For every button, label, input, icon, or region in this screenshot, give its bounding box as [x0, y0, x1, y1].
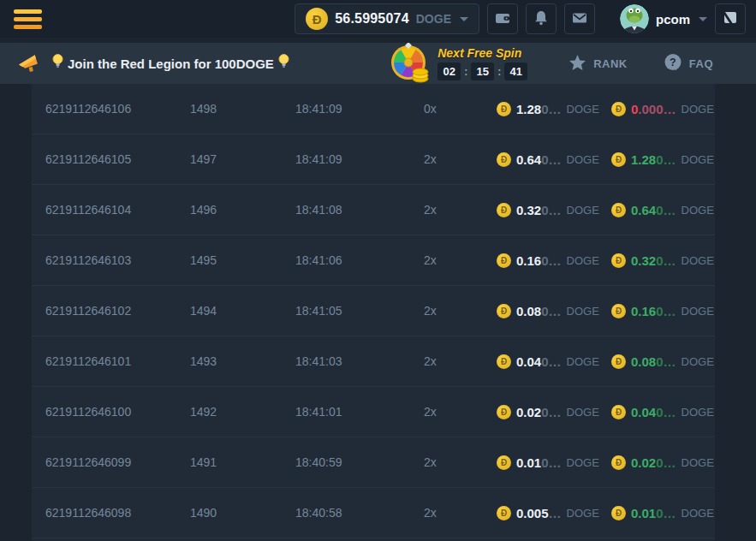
- announcement-message[interactable]: Join the Red Legion for 100DOGE: [52, 54, 289, 73]
- spin-countdown: 02 : 15 : 41: [438, 62, 527, 80]
- currency-label: DOGE: [682, 355, 714, 368]
- doge-coin-icon: [497, 506, 511, 520]
- doge-coin-icon: [306, 8, 328, 30]
- announcement-text: Join the Red Legion for 100DOGE: [68, 56, 274, 71]
- svg-text:?: ?: [670, 56, 676, 68]
- table-row[interactable]: 6219112646106 1498 18:41:09 0x 1.280… DO…: [32, 84, 715, 134]
- doge-coin-icon: [497, 405, 511, 419]
- bet-amount: 0.640… DOGE: [497, 152, 611, 167]
- star-icon: [568, 54, 586, 74]
- balance-selector[interactable]: 56.5995074 DOGE: [295, 3, 479, 34]
- bulb-icon: [52, 54, 63, 73]
- bet-id: 6219112646098: [45, 506, 190, 520]
- topbar-right: 56.5995074 DOGE: [295, 3, 746, 34]
- announcement-bar: Join the Red Legion for 100DOGE N: [0, 43, 756, 84]
- multiplier: 0x: [424, 102, 497, 116]
- roll-number: 1495: [190, 253, 295, 267]
- multiplier: 2x: [424, 304, 497, 318]
- profit-amount: 0.640… DOGE: [611, 203, 714, 217]
- bet-amount: 0.320… DOGE: [497, 203, 611, 217]
- bet-id: 6219112646099: [45, 455, 190, 469]
- countdown-hours: 02: [438, 62, 461, 80]
- doge-coin-icon: [497, 102, 511, 116]
- doge-coin-icon: [611, 152, 626, 167]
- megaphone-icon: [17, 51, 40, 77]
- table-row[interactable]: 6219112646105 1497 18:41:09 2x 0.640… DO…: [32, 134, 715, 185]
- free-spin-widget[interactable]: Next Free Spin 02 : 15 : 41: [388, 43, 527, 84]
- bell-icon: [533, 9, 550, 29]
- currency-label: DOGE: [682, 153, 714, 166]
- multiplier: 2x: [424, 455, 497, 469]
- balance-currency: DOGE: [416, 12, 451, 26]
- roll-number: 1494: [190, 304, 295, 318]
- profit-amount: 1.280… DOGE: [611, 152, 714, 167]
- bet-amount: 0.080… DOGE: [497, 304, 611, 318]
- messages-button[interactable]: [564, 3, 595, 34]
- currency-label: DOGE: [567, 254, 599, 267]
- profit-amount: 0.010… DOGE: [611, 506, 714, 520]
- table-row[interactable]: 6219112646099 1491 18:40:59 2x 0.010… DO…: [32, 437, 715, 488]
- table-row[interactable]: 6219112646101 1493 18:41:03 2x 0.040… DO…: [32, 336, 715, 387]
- bet-time: 18:41:03: [295, 354, 424, 368]
- notifications-button[interactable]: [526, 3, 557, 34]
- table-row[interactable]: 6219112646102 1494 18:41:05 2x 0.080… DO…: [32, 286, 715, 336]
- bet-time: 18:41:08: [295, 203, 424, 217]
- profit-amount: 0.160… DOGE: [611, 304, 714, 318]
- chevron-down-icon: [460, 17, 468, 21]
- next-free-spin-label: Next Free Spin: [438, 46, 527, 60]
- mail-icon: [571, 9, 588, 29]
- profit-amount: 0.320… DOGE: [611, 253, 714, 268]
- bet-id: 6219112646102: [45, 304, 190, 318]
- multiplier: 2x: [424, 152, 497, 166]
- countdown-seconds: 41: [504, 62, 527, 80]
- faq-link[interactable]: ? FAQ: [664, 53, 713, 74]
- bet-id: 6219112646103: [45, 253, 190, 267]
- wallet-icon: [494, 9, 511, 29]
- bet-amount: 0.010… DOGE: [497, 455, 611, 470]
- bet-time: 18:41:01: [295, 405, 424, 419]
- currency-label: DOGE: [567, 305, 599, 318]
- chat-toggle-button[interactable]: [715, 3, 746, 34]
- doge-coin-icon: [497, 304, 511, 318]
- currency-label: DOGE: [567, 204, 599, 217]
- user-menu[interactable]: pcom: [620, 4, 707, 33]
- doge-coin-icon: [611, 304, 626, 318]
- doge-coin-icon: [497, 455, 511, 470]
- multiplier: 2x: [424, 203, 497, 217]
- menu-icon[interactable]: [12, 6, 44, 33]
- chat-panel-icon: [722, 9, 739, 29]
- currency-label: DOGE: [567, 507, 599, 520]
- currency-label: DOGE: [567, 406, 599, 419]
- table-row[interactable]: 6219112646100 1492 18:41:01 2x 0.020… DO…: [32, 387, 715, 437]
- currency-label: DOGE: [567, 355, 599, 368]
- bet-amount: 0.005… DOGE: [497, 506, 611, 520]
- rank-link[interactable]: RANK: [568, 54, 628, 74]
- doge-coin-icon: [611, 455, 626, 470]
- roll-number: 1490: [190, 506, 295, 520]
- spin-wheel-icon: [388, 43, 431, 84]
- bet-id: 6219112646101: [45, 354, 190, 368]
- bet-time: 18:40:58: [295, 506, 424, 520]
- bet-time: 18:40:59: [295, 455, 424, 469]
- currency-label: DOGE: [682, 254, 714, 267]
- table-row[interactable]: 6219112646098 1490 18:40:58 2x 0.005… DO…: [32, 488, 715, 538]
- multiplier: 2x: [424, 506, 497, 520]
- table-row[interactable]: 6219112646103 1495 18:41:06 2x 0.160… DO…: [32, 235, 715, 286]
- faq-label: FAQ: [689, 57, 713, 70]
- wallet-button[interactable]: [487, 3, 518, 34]
- bet-amount: 1.280… DOGE: [497, 102, 611, 116]
- multiplier: 2x: [424, 405, 497, 419]
- roll-number: 1498: [190, 102, 295, 116]
- bet-id: 6219112646104: [45, 203, 190, 217]
- bet-id: 6219112646100: [45, 405, 190, 419]
- bet-time: 18:41:09: [295, 102, 424, 116]
- doge-coin-icon: [611, 203, 626, 217]
- doge-coin-icon: [611, 102, 626, 116]
- bets-table: 6219112646106 1498 18:41:09 0x 1.280… DO…: [32, 84, 715, 541]
- doge-coin-icon: [497, 354, 511, 369]
- rank-label: RANK: [593, 57, 628, 70]
- table-row[interactable]: 6219112646104 1496 18:41:08 2x 0.320… DO…: [32, 185, 715, 235]
- bet-time: 18:41:09: [295, 152, 424, 166]
- currency-label: DOGE: [567, 456, 599, 469]
- roll-number: 1496: [190, 203, 295, 217]
